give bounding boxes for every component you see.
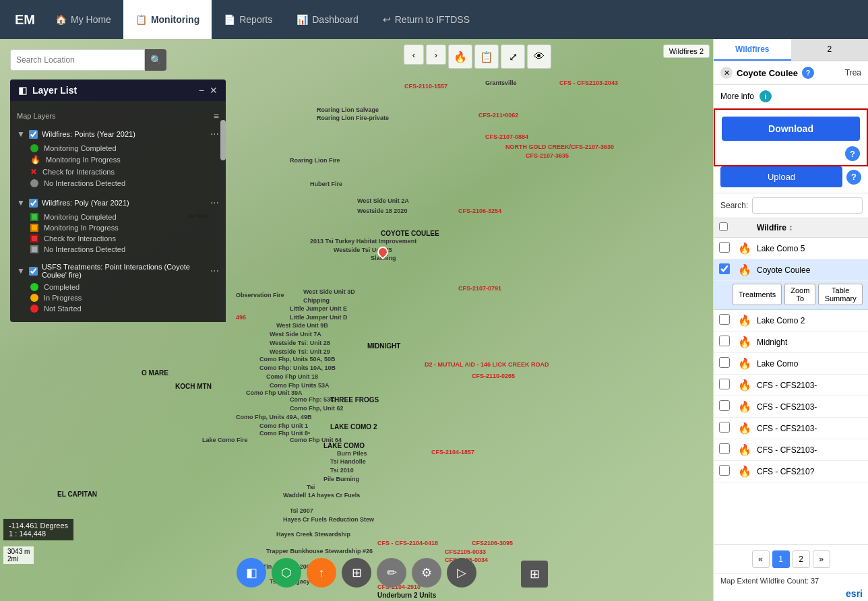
nav-monitoring[interactable]: 📋 Monitoring — [123, 0, 212, 39]
map-forward-btn[interactable]: › — [426, 44, 446, 65]
layer-panel-scrollbar[interactable] — [220, 106, 226, 322]
checkbox-wildfires-points[interactable] — [29, 130, 38, 139]
download-section: Download ? — [714, 108, 868, 166]
layer-panel-close[interactable]: ✕ — [210, 85, 218, 96]
row-checkbox-cfs10[interactable] — [719, 465, 730, 476]
checkbox-wildfires-poly[interactable] — [29, 199, 38, 208]
table-row[interactable]: 🔥 Midnight — [714, 331, 868, 353]
map-back-btn[interactable]: ‹ — [404, 44, 424, 65]
nav-return-iftdss[interactable]: ↩ Return to IFTDSS — [371, 0, 482, 39]
table-row[interactable]: 🔥 Lake Como 5 — [714, 238, 868, 259]
map-search-button[interactable]: 🔍 — [145, 49, 166, 71]
fire-info-icon[interactable]: ? — [802, 67, 814, 79]
monitoring-completed-icon-pt — [30, 144, 38, 152]
upload-toolbar-btn[interactable]: ↑ — [307, 558, 336, 588]
layer-group-wildfires-poly: ▼ Wildfires: Poly (Year 2021) ··· Monito… — [10, 191, 226, 257]
map-eye-btn[interactable]: 👁 — [527, 44, 551, 69]
tab-wildfires[interactable]: Wildfires — [714, 39, 791, 61]
layer-group-options-usfs[interactable]: ··· — [210, 265, 219, 277]
close-fire-panel-btn[interactable]: ✕ — [720, 67, 733, 79]
map-area[interactable]: CFS-2110-1557 Grantsville CFS - CFS2103-… — [0, 39, 713, 601]
monitoring-icon: 📋 — [135, 14, 147, 25]
download-help-icon[interactable]: ? — [845, 146, 860, 161]
table-row[interactable]: 🔥 CFS - CFS2103- — [714, 439, 868, 461]
table-row[interactable]: 🔥 CFS - CFS2103- — [714, 418, 868, 439]
layer-group-options-points[interactable]: ··· — [210, 128, 219, 140]
basemap-wildfires[interactable]: Wildfires 2 — [663, 44, 710, 58]
return-icon: ↩ — [383, 14, 391, 25]
map-clipboard-btn[interactable]: 📋 — [474, 44, 499, 69]
pagination: « 1 2 » — [714, 544, 868, 573]
no-interactions-icon-poly — [30, 245, 38, 253]
draw-toolbar-btn[interactable]: ✏ — [377, 558, 406, 588]
filter-layers-btn[interactable]: ≡ — [214, 110, 219, 121]
wildfire-table: Wildfire ↕ 🔥 Lake Como 5 🔥 Coyote Coulee… — [714, 218, 868, 544]
layer-item-no-interactions-pt: No Interactions Detected — [10, 178, 226, 189]
upload-section: Upload ? — [714, 166, 868, 193]
row-name-lake-como5: Lake Como 5 — [757, 244, 863, 253]
sort-icon[interactable]: ↕ — [788, 223, 793, 232]
row-checkbox-cfs6[interactable] — [719, 379, 730, 389]
row-checkbox-lake-como5[interactable] — [719, 242, 730, 253]
check-interactions-icon-pt: ✖ — [30, 167, 37, 177]
nav-dashboard[interactable]: 📊 Dashboard — [284, 0, 371, 39]
layers-toolbar-btn[interactable]: ◧ — [237, 558, 266, 588]
nav-reports[interactable]: 📄 Reports — [212, 0, 284, 39]
pagination-page-1[interactable]: 1 — [772, 550, 790, 568]
treatments-btn[interactable]: Treatments — [733, 284, 782, 305]
scrollbar-thumb[interactable] — [220, 120, 226, 160]
flame-icon-cfs7: 🔥 — [738, 401, 751, 412]
map-marker-coyote-coulee[interactable] — [377, 247, 388, 257]
layer-item-monitoring-completed-pt: Monitoring Completed — [10, 143, 226, 154]
more-info-icon[interactable]: i — [760, 90, 772, 102]
row-checkbox-cfs8[interactable] — [719, 422, 730, 433]
table-header: Wildfire ↕ — [714, 218, 868, 238]
completed-icon-usfs — [30, 283, 38, 291]
layers-icon: ◧ — [18, 85, 27, 96]
table-row[interactable]: 🔥 Lake Como — [714, 353, 868, 375]
table-row[interactable]: 🔥 CFS - CFS2103- — [714, 375, 868, 396]
nav-myhome[interactable]: 🏠 My Home — [43, 0, 123, 39]
more-info-row: More info i — [714, 85, 868, 108]
toggle-wildfires-poly[interactable]: ▼ — [17, 198, 25, 208]
zoom-to-btn[interactable]: Zoom To — [784, 284, 815, 305]
pagination-page-2[interactable]: 2 — [793, 550, 810, 568]
nav-toolbar-btn[interactable]: ▷ — [447, 558, 476, 588]
table-summary-btn[interactable]: Table Summary — [818, 284, 863, 305]
row-checkbox-lake-como[interactable] — [719, 357, 730, 368]
table-icon-btn[interactable]: ⊞ — [521, 561, 548, 588]
upload-help-icon[interactable]: ? — [846, 170, 861, 185]
checkbox-usfs[interactable] — [29, 267, 38, 276]
select-all-checkbox[interactable] — [719, 222, 728, 231]
row-checkbox-cfs7[interactable] — [719, 400, 730, 411]
map-fire-btn[interactable]: 🔥 — [448, 44, 472, 69]
share-toolbar-btn[interactable]: ⚙ — [412, 558, 441, 588]
row-checkbox-coyote[interactable] — [719, 263, 730, 274]
table-row[interactable]: 🔥 Lake Como 2 — [714, 310, 868, 331]
row-checkbox-lake-como2[interactable] — [719, 314, 730, 325]
layer-panel-minimize[interactable]: − — [199, 85, 204, 96]
pagination-next[interactable]: » — [813, 550, 830, 568]
map-expand-btn[interactable]: ⤢ — [501, 44, 525, 69]
row-checkbox-cfs9[interactable] — [719, 443, 730, 454]
table-row[interactable]: 🔥 CFS - CFS210? — [714, 461, 868, 482]
layer-group-wildfires-points-header: ▼ Wildfires: Points (Year 2021) ··· — [10, 125, 226, 143]
polygon-toolbar-btn[interactable]: ⬡ — [272, 558, 301, 588]
flame-icon-lake-como5: 🔥 — [738, 243, 751, 254]
header-wildfire-col: Wildfire ↕ — [757, 223, 863, 232]
row-name-cfs8: CFS - CFS2103- — [757, 424, 863, 433]
grid-toolbar-btn[interactable]: ⊞ — [342, 558, 371, 588]
download-button[interactable]: Download — [722, 117, 860, 141]
wildfire-search-input[interactable] — [752, 197, 863, 214]
table-row[interactable]: 🔥 CFS - CFS2103- — [714, 396, 868, 418]
toggle-usfs[interactable]: ▼ — [17, 266, 25, 276]
map-search-input[interactable] — [10, 49, 145, 71]
upload-button[interactable]: Upload — [720, 166, 842, 187]
pagination-prev[interactable]: « — [752, 550, 770, 568]
tab-2[interactable]: 2 — [791, 39, 869, 61]
flame-icon-cfs10: 🔥 — [738, 466, 751, 477]
toggle-wildfires-points[interactable]: ▼ — [17, 129, 25, 139]
table-row[interactable]: 🔥 Coyote Coulee — [714, 259, 868, 281]
row-checkbox-midnight[interactable] — [719, 336, 730, 346]
layer-group-options-poly[interactable]: ··· — [210, 197, 219, 209]
